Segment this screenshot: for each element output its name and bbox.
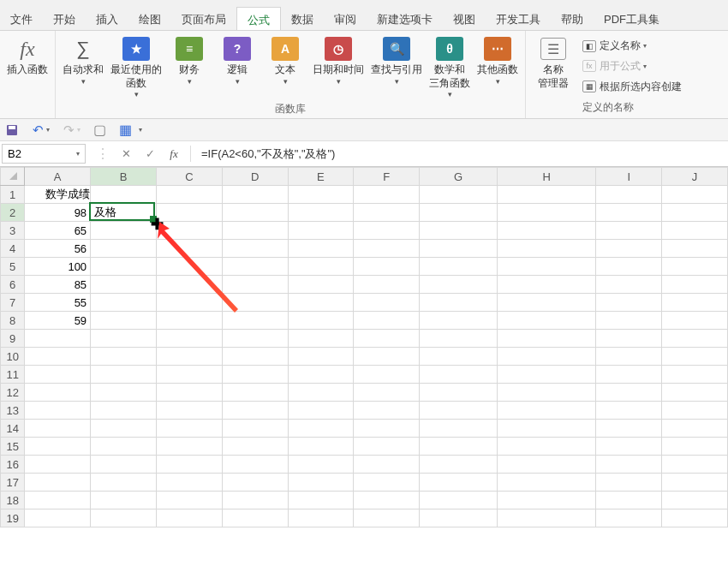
cell[interactable] xyxy=(498,420,596,438)
cell[interactable] xyxy=(662,402,728,420)
cell[interactable] xyxy=(662,240,728,258)
formula-input[interactable]: =IF(A2<60,"不及格","及格") xyxy=(194,144,728,164)
cell[interactable] xyxy=(222,492,288,509)
cell[interactable] xyxy=(354,456,420,474)
cell[interactable] xyxy=(288,222,354,240)
cell[interactable] xyxy=(498,294,596,312)
cell[interactable] xyxy=(662,366,728,384)
save-button[interactable] xyxy=(5,123,19,137)
cell[interactable] xyxy=(354,276,420,294)
cell[interactable] xyxy=(596,186,662,204)
cell[interactable] xyxy=(222,294,288,312)
cell[interactable] xyxy=(25,348,91,366)
name-box[interactable]: B2 ▾ xyxy=(2,144,86,164)
cell[interactable] xyxy=(288,366,354,384)
cell[interactable] xyxy=(354,258,420,276)
cell[interactable] xyxy=(25,509,91,527)
cell[interactable] xyxy=(288,384,354,402)
cell[interactable] xyxy=(91,258,157,276)
cell[interactable]: 100 xyxy=(25,258,91,276)
cell[interactable] xyxy=(354,240,420,258)
cell[interactable] xyxy=(662,258,728,276)
cell[interactable] xyxy=(420,474,498,492)
tab-insert[interactable]: 插入 xyxy=(86,7,128,30)
cell[interactable] xyxy=(91,330,157,348)
cell[interactable] xyxy=(420,420,498,438)
cell[interactable] xyxy=(91,420,157,438)
row-header[interactable]: 10 xyxy=(1,348,25,366)
cell[interactable] xyxy=(91,402,157,420)
cell[interactable] xyxy=(288,402,354,420)
insert-function-button[interactable]: fx 插入函数 xyxy=(3,33,51,116)
cell[interactable] xyxy=(222,474,288,492)
cell[interactable] xyxy=(662,420,728,438)
print-preview-button[interactable]: ▢ xyxy=(92,123,106,137)
col-header-B[interactable]: B xyxy=(91,168,157,186)
tab-newtab[interactable]: 新建选项卡 xyxy=(367,7,443,30)
cell[interactable] xyxy=(662,492,728,509)
cell[interactable] xyxy=(222,222,288,240)
cell[interactable] xyxy=(156,474,222,492)
cell[interactable] xyxy=(156,330,222,348)
cell[interactable] xyxy=(25,384,91,402)
cell[interactable] xyxy=(91,366,157,384)
cell[interactable] xyxy=(91,240,157,258)
undo-button[interactable]: ↶ xyxy=(31,123,45,137)
cell[interactable] xyxy=(91,276,157,294)
cell[interactable] xyxy=(596,402,662,420)
row-header[interactable]: 11 xyxy=(1,366,25,384)
cell[interactable] xyxy=(420,222,498,240)
use-in-formula-button[interactable]: fx 用于公式 ▾ xyxy=(582,57,682,75)
cell[interactable] xyxy=(498,474,596,492)
cell[interactable] xyxy=(498,348,596,366)
cell[interactable] xyxy=(596,222,662,240)
tab-data[interactable]: 数据 xyxy=(281,7,324,30)
cell[interactable] xyxy=(596,312,662,330)
cell[interactable] xyxy=(354,366,420,384)
cell[interactable] xyxy=(662,186,728,204)
cell[interactable] xyxy=(596,438,662,456)
cell[interactable] xyxy=(156,384,222,402)
cell[interactable] xyxy=(288,420,354,438)
cell[interactable] xyxy=(91,492,157,509)
row-header[interactable]: 9 xyxy=(1,330,25,348)
cell[interactable] xyxy=(596,240,662,258)
cell[interactable] xyxy=(222,186,288,204)
cell[interactable] xyxy=(156,222,222,240)
cell[interactable] xyxy=(498,438,596,456)
cell[interactable] xyxy=(222,240,288,258)
cell[interactable] xyxy=(596,204,662,222)
cell[interactable] xyxy=(498,330,596,348)
cell[interactable] xyxy=(596,366,662,384)
col-header-A[interactable]: A xyxy=(25,168,91,186)
text-button[interactable]: A 文本 ▾ xyxy=(261,33,309,102)
row-header[interactable]: 13 xyxy=(1,402,25,420)
dropdown-arrow-icon[interactable]: ▾ xyxy=(77,126,81,134)
tab-home[interactable]: 开始 xyxy=(43,7,86,30)
cell[interactable] xyxy=(596,348,662,366)
cell[interactable] xyxy=(498,276,596,294)
row-header[interactable]: 8 xyxy=(1,312,25,330)
cell[interactable] xyxy=(596,276,662,294)
cell[interactable] xyxy=(420,348,498,366)
tab-file[interactable]: 文件 xyxy=(0,7,43,30)
cell[interactable] xyxy=(354,384,420,402)
cell[interactable] xyxy=(420,312,498,330)
cell[interactable] xyxy=(662,222,728,240)
cell[interactable] xyxy=(662,330,728,348)
cell[interactable] xyxy=(420,384,498,402)
cell[interactable] xyxy=(354,294,420,312)
cell[interactable] xyxy=(596,492,662,509)
select-all-corner[interactable] xyxy=(1,168,25,186)
cell[interactable] xyxy=(596,456,662,474)
cell[interactable] xyxy=(420,204,498,222)
accept-formula-button[interactable]: ✓ xyxy=(142,147,158,160)
cell[interactable] xyxy=(288,509,354,527)
tab-draw[interactable]: 绘图 xyxy=(128,7,171,30)
cell[interactable] xyxy=(498,204,596,222)
cell[interactable] xyxy=(222,204,288,222)
col-header-H[interactable]: H xyxy=(498,168,596,186)
cell[interactable] xyxy=(420,258,498,276)
cell[interactable] xyxy=(288,492,354,509)
row-header[interactable]: 4 xyxy=(1,240,25,258)
